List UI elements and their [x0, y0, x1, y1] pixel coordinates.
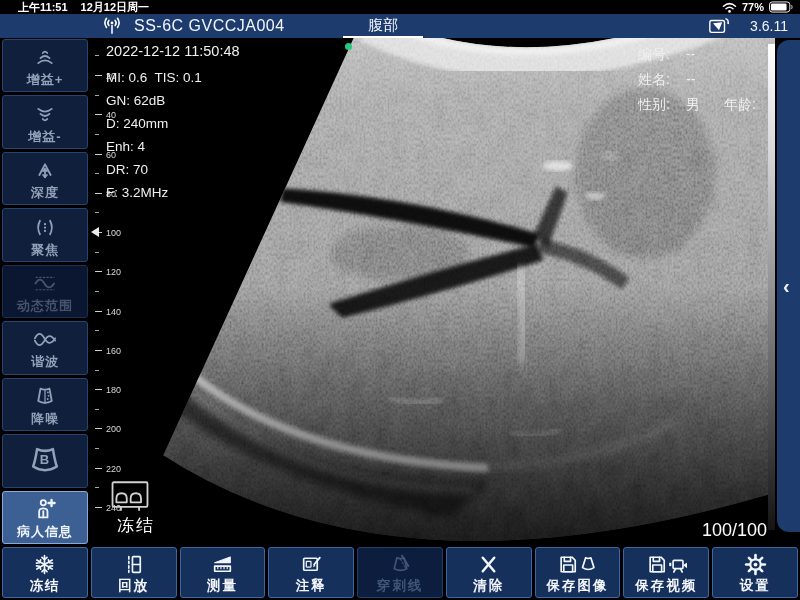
depth-tick-minor: [95, 55, 99, 56]
dynamic-range-icon: [29, 270, 61, 297]
toolbar-button-label: 回放: [118, 578, 149, 593]
patient-field-row: 编号:--: [638, 46, 775, 62]
depth-tick-minor: [95, 291, 99, 292]
sidebar-item-dynamic-range: 动态范围: [2, 265, 88, 318]
playback-icon: [121, 552, 146, 577]
control-sidebar: 增益+增益-深度聚焦动态范围谐波降噪B病人信息: [0, 38, 90, 545]
toolbar-button-save-video[interactable]: 保存视频: [623, 547, 709, 598]
clock: 上午11:51: [18, 0, 68, 15]
depth-tick-minor: [95, 212, 99, 213]
app-title-bar: SS-6C GVCCJA004 腹部 3.6.11: [0, 14, 800, 38]
image-parameters: 2022-12-12 11:50:48 MI: 0.6 TIS: 0.1GN: …: [106, 43, 240, 204]
toolbar-button-label: 清除: [473, 578, 504, 593]
sidebar-item-depth[interactable]: 深度: [2, 152, 88, 205]
sidebar-item-label: 聚焦: [31, 243, 59, 257]
depth-tick-minor: [95, 95, 99, 96]
depth-tick: 200: [95, 428, 102, 429]
toolbar-button-clear[interactable]: 清除: [446, 547, 532, 598]
sidebar-item-label: 增益+: [27, 73, 64, 87]
image-param-line: MI: 0.6 TIS: 0.1: [106, 66, 240, 89]
right-panel-handle[interactable]: ‹: [777, 40, 800, 532]
harmonic-icon: [29, 326, 61, 353]
depth-tick: 220: [95, 468, 102, 469]
depth-tick-minor: [95, 370, 99, 371]
depth-tick-label: 120: [106, 267, 121, 277]
image-param-line: DR: 70: [106, 158, 240, 181]
sidebar-item-gain-minus[interactable]: 增益-: [2, 95, 88, 148]
settings-icon: [743, 552, 768, 577]
toolbar-button-label: 注释: [296, 578, 327, 593]
battery-percent: 77%: [742, 1, 764, 13]
toolbar-button-label: 设置: [740, 578, 771, 593]
freeze-status-label: 冻结: [117, 514, 155, 537]
scan-datetime: 2022-12-12 11:50:48: [106, 43, 240, 59]
ultrasound-image-area: 20406080100120140160180200220240 2022-12…: [90, 38, 775, 545]
toolbar-button-label: 穿刺线: [377, 578, 424, 593]
freeze-icon: [32, 552, 57, 577]
sidebar-item-focus[interactable]: 聚焦: [2, 208, 88, 261]
depth-tick-label: 140: [106, 307, 121, 317]
depth-tick-minor: [95, 330, 99, 331]
depth-tick-label: 220: [106, 464, 121, 474]
dual-probe-icon: [108, 478, 152, 519]
patient-field-label: 姓名:: [638, 71, 686, 87]
sidebar-item-label: 降噪: [31, 412, 59, 426]
toolbar-button-label: 保存图像: [547, 578, 609, 593]
depth-tick-minor: [95, 134, 99, 135]
sidebar-item-label: 谐波: [31, 355, 59, 369]
depth-tick: 180: [95, 389, 102, 390]
depth-tick-minor: [95, 487, 99, 488]
depth-tick-label: 100: [106, 228, 121, 238]
measure-icon: [210, 552, 235, 577]
sidebar-item-b-mode[interactable]: B: [2, 434, 88, 487]
app-version: 3.6.11: [750, 18, 788, 34]
sidebar-item-harmonic[interactable]: 谐波: [2, 321, 88, 374]
wifi-icon: [722, 2, 737, 13]
toolbar-button-annotate[interactable]: 注释: [268, 547, 354, 598]
sidebar-item-label: 增益-: [28, 130, 61, 144]
bottom-toolbar: 冻结回放测量注释穿刺线清除保存图像保存视频设置: [0, 545, 800, 600]
depth-icon: [29, 157, 61, 184]
patient-field-label: 年龄:: [724, 96, 772, 112]
save-video-icon: [646, 552, 688, 577]
depth-tick-label: 180: [106, 385, 121, 395]
patient-field-row: 姓名:--: [638, 71, 775, 87]
sidebar-item-label: 动态范围: [17, 299, 73, 313]
depth-tick-minor: [95, 448, 99, 449]
toolbar-button-freeze[interactable]: 冻结: [2, 547, 88, 598]
toolbar-button-playback[interactable]: 回放: [91, 547, 177, 598]
patient-info-icon: [29, 496, 61, 523]
sidebar-item-label: 深度: [31, 186, 59, 200]
patient-field-label: 性别:: [638, 96, 686, 112]
toolbar-button-settings[interactable]: 设置: [712, 547, 798, 598]
ultrasound-app-screen: 上午11:51 12月12日周一 77%: [0, 0, 800, 600]
depth-tick-minor: [95, 173, 99, 174]
chevron-left-icon: ‹: [783, 275, 790, 298]
patient-info-overlay: 编号:--姓名:--性别:男年龄:--: [638, 46, 775, 121]
focus-depth-marker[interactable]: [91, 227, 99, 237]
system-status-bar: 上午11:51 12月12日周一 77%: [0, 0, 800, 14]
sidebar-item-denoise[interactable]: 降噪: [2, 378, 88, 431]
image-param-line: GN: 62dB: [106, 89, 240, 112]
toolbar-button-puncture-line: 穿刺线: [357, 547, 443, 598]
patient-field-row: 性别:男年龄:--: [638, 96, 775, 112]
patient-field-label: 编号:: [638, 46, 686, 62]
image-param-line: Enh: 4: [106, 135, 240, 158]
grayscale-bar: [768, 44, 775, 530]
sidebar-item-label: 病人信息: [17, 525, 73, 539]
sidebar-item-label: B: [40, 453, 50, 467]
depth-tick-label: 160: [106, 346, 121, 356]
toolbar-button-save-image[interactable]: 保存图像: [535, 547, 621, 598]
denoise-icon: [29, 383, 61, 410]
patient-field-value: 男: [686, 96, 724, 112]
depth-tick: 160: [95, 350, 102, 351]
depth-tick: 120: [95, 271, 102, 272]
toolbar-button-measure[interactable]: 测量: [180, 547, 266, 598]
gain-minus-icon: [29, 101, 61, 128]
sidebar-item-gain-plus[interactable]: 增益+: [2, 39, 88, 92]
depth-tick: 80: [95, 193, 102, 194]
gain-plus-icon: [29, 44, 61, 71]
sidebar-item-patient-info[interactable]: 病人信息: [2, 491, 88, 544]
exam-mode-tab[interactable]: 腹部: [343, 16, 423, 38]
device-name: SS-6C GVCCJA004: [134, 17, 285, 35]
